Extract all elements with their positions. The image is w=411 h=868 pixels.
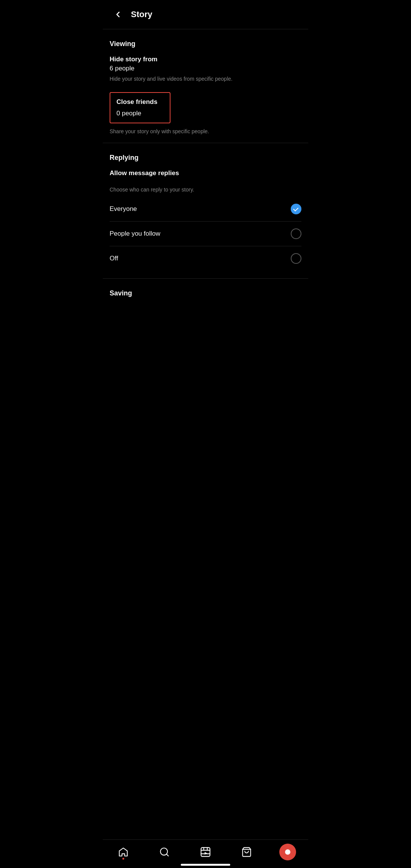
close-friends-desc: Share your story only with specific peop… [110, 128, 301, 136]
replying-section-title: Replying [110, 154, 301, 162]
reply-off-label: Off [110, 255, 118, 262]
saving-section-title: Saving [110, 289, 301, 297]
home-icon [118, 847, 129, 857]
hide-story-from-label: Hide story from [110, 56, 301, 63]
reply-everyone-radio[interactable] [291, 204, 301, 214]
reply-everyone-label: Everyone [110, 205, 137, 213]
saving-section: Saving [103, 279, 308, 297]
allow-message-replies-item: Allow message replies [110, 169, 301, 177]
svg-rect-2 [201, 847, 210, 856]
close-friends-item[interactable]: Close friends 0 people Share your story … [110, 92, 301, 136]
camera-button[interactable] [279, 844, 296, 860]
reply-option-off[interactable]: Off [110, 246, 301, 271]
reply-people-follow-radio[interactable] [291, 228, 301, 239]
close-friends-box[interactable]: Close friends 0 people [110, 92, 170, 123]
viewing-section: Viewing Hide story from 6 people Hide yo… [103, 29, 308, 135]
close-friends-count: 0 people [116, 110, 164, 117]
reply-off-radio[interactable] [291, 253, 301, 264]
back-button[interactable] [110, 6, 126, 23]
svg-marker-7 [205, 852, 207, 855]
hide-story-from-item[interactable]: Hide story from 6 people Hide your story… [110, 56, 301, 83]
home-indicator [181, 864, 230, 866]
viewing-section-title: Viewing [110, 40, 301, 48]
svg-line-1 [166, 854, 168, 856]
replying-section: Replying Allow message replies Choose wh… [103, 143, 308, 271]
search-icon [159, 847, 170, 857]
hide-story-from-desc: Hide your story and live videos from spe… [110, 75, 301, 83]
allow-message-replies-desc: Choose who can reply to your story. [110, 186, 301, 194]
reply-people-follow-label: People you follow [110, 230, 160, 238]
reels-icon [200, 847, 211, 857]
allow-message-replies-label: Allow message replies [110, 169, 301, 177]
reply-option-people-follow[interactable]: People you follow [110, 222, 301, 246]
nav-shop[interactable] [226, 847, 267, 857]
nav-reels[interactable] [185, 847, 226, 857]
header: Story [103, 0, 308, 29]
close-friends-title: Close friends [116, 98, 164, 106]
nav-home[interactable] [103, 847, 144, 857]
reply-option-everyone[interactable]: Everyone [110, 197, 301, 221]
hide-story-from-value: 6 people [110, 65, 301, 72]
shop-icon [241, 847, 252, 857]
nav-search[interactable] [144, 847, 185, 857]
home-dot [123, 858, 124, 860]
page-title: Story [131, 10, 152, 19]
camera-inner [285, 849, 290, 855]
nav-camera[interactable] [267, 844, 308, 860]
